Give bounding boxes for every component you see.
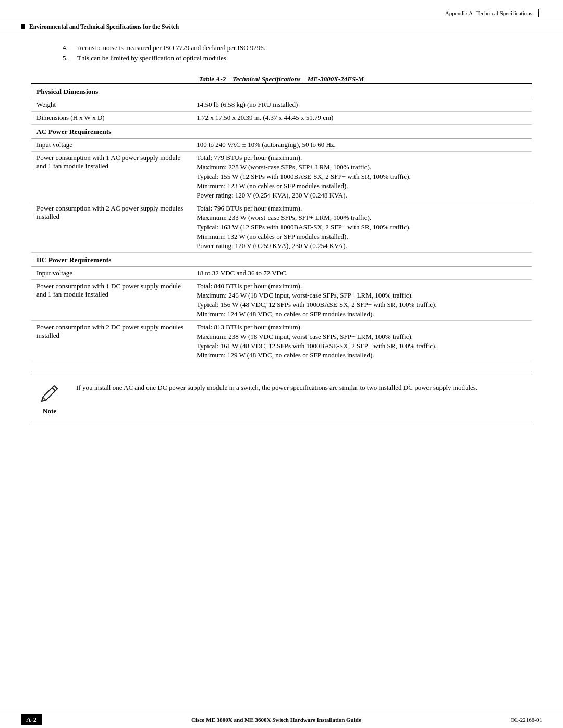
row-value-line: Minimum: 129 W (48 VDC, no cables or SFP… bbox=[197, 351, 527, 360]
footnote-4-num: 4. bbox=[63, 44, 73, 52]
row-label: Input voltage bbox=[31, 139, 191, 152]
appendix-label: Appendix A bbox=[445, 10, 473, 16]
row-value-line: Maximum: 228 W (worst-case SFPs, SFP+ LR… bbox=[197, 163, 527, 171]
note-icon-area: Note bbox=[31, 382, 68, 415]
row-value-line: Typical: 161 W (48 VDC, 12 SFPs with 100… bbox=[197, 342, 527, 350]
row-value: Total: 813 BTUs per hour (maximum).Maxim… bbox=[191, 321, 532, 362]
row-value-line: Maximum: 246 W (18 VDC input, worst-case… bbox=[197, 291, 527, 300]
row-value-line: Typical: 155 W (12 SFPs with 1000BASE-SX… bbox=[197, 172, 527, 181]
row-label: Power consumption with 1 AC power supply… bbox=[31, 152, 191, 202]
section-header-2: DC Power Requirements bbox=[31, 253, 532, 267]
row-value-line: Total: 796 BTUs per hour (maximum). bbox=[197, 204, 527, 213]
footnote-5: 5. This can be limited by specification … bbox=[63, 54, 532, 63]
table-row: Power consumption with 2 DC power supply… bbox=[31, 321, 532, 362]
sub-header-bullet bbox=[21, 24, 25, 29]
footnote-4: 4. Acoustic noise is measured per ISO 77… bbox=[63, 44, 532, 52]
row-label: Input voltage bbox=[31, 267, 191, 280]
row-label: Dimensions (H x W x D) bbox=[31, 112, 191, 125]
section-header-0: Physical Dimensions bbox=[31, 84, 532, 98]
row-value-line: Minimum: 124 W (48 VDC, no cables or SFP… bbox=[197, 310, 527, 318]
table-row: Power consumption with 2 AC power supply… bbox=[31, 202, 532, 253]
spec-table: Physical DimensionsWeight14.50 lb (6.58 … bbox=[31, 83, 532, 362]
row-value-line: Total: 813 BTUs per hour (maximum). bbox=[197, 323, 527, 331]
row-value: 14.50 lb (6.58 kg) (no FRU installed) bbox=[191, 98, 532, 112]
footnote-4-text: Acoustic noise is measured per ISO 7779 … bbox=[77, 44, 265, 52]
row-label: Power consumption with 1 DC power supply… bbox=[31, 280, 191, 321]
note-text: If you install one AC and one DC power s… bbox=[76, 382, 478, 393]
svg-line-0 bbox=[52, 388, 55, 391]
header-right: Appendix A Technical Specifications bbox=[445, 9, 542, 17]
row-value: Total: 796 BTUs per hour (maximum).Maxim… bbox=[191, 202, 532, 253]
row-value-line: Maximum: 233 W (worst-case SFPs, SFP+ LR… bbox=[197, 214, 527, 222]
note-pencil-icon bbox=[40, 384, 59, 406]
footnote-5-text: This can be limited by specification of … bbox=[77, 54, 228, 63]
row-value-line: Maximum: 238 W (18 VDC input, worst-case… bbox=[197, 332, 527, 341]
footer-center-text: Cisco ME 3800X and ME 3600X Switch Hardw… bbox=[191, 717, 361, 723]
section-header-label-2: DC Power Requirements bbox=[31, 253, 532, 267]
table-caption-label: Table A-2 Technical Specifications—ME-38… bbox=[199, 75, 364, 83]
footnote-5-num: 5. bbox=[63, 54, 73, 63]
row-value-line: Total: 840 BTUs per hour (maximum). bbox=[197, 282, 527, 290]
row-value: Total: 840 BTUs per hour (maximum).Maxim… bbox=[191, 280, 532, 321]
table-row: Power consumption with 1 DC power supply… bbox=[31, 280, 532, 321]
section-header-label-1: AC Power Requirements bbox=[31, 125, 532, 139]
svg-line-1 bbox=[43, 397, 46, 400]
header-section-label: Technical Specifications bbox=[476, 10, 532, 16]
footnotes: 4. Acoustic noise is measured per ISO 77… bbox=[31, 44, 532, 63]
header-divider bbox=[538, 9, 539, 17]
footer-doc-num: OL-22168-01 bbox=[511, 717, 543, 723]
table-row: Weight14.50 lb (6.58 kg) (no FRU install… bbox=[31, 98, 532, 112]
footer-page-num: A-2 bbox=[21, 714, 42, 725]
row-value: 1.72 x 17.50 x 20.39 in. (4.37 x 44.45 x… bbox=[191, 112, 532, 125]
row-label: Weight bbox=[31, 98, 191, 112]
row-value: 100 to 240 VAC ± 10% (autoranging), 50 t… bbox=[191, 139, 532, 152]
page-wrapper: Appendix A Technical Specifications Envi… bbox=[0, 0, 563, 728]
sub-header-text: Environmental and Technical Specificatio… bbox=[29, 23, 179, 30]
table-caption: Table A-2 Technical Specifications—ME-38… bbox=[31, 75, 532, 83]
page-footer: A-2 Cisco ME 3800X and ME 3600X Switch H… bbox=[0, 711, 563, 728]
row-value: Total: 779 BTUs per hour (maximum).Maxim… bbox=[191, 152, 532, 202]
row-value-line: Minimum: 123 W (no cables or SFP modules… bbox=[197, 182, 527, 190]
table-row: Input voltage18 to 32 VDC and 36 to 72 V… bbox=[31, 267, 532, 280]
row-value-line: Power rating: 120 V (0.259 KVA), 230 V (… bbox=[197, 242, 527, 250]
row-value-line: Typical: 156 W (48 VDC, 12 SFPs with 100… bbox=[197, 301, 527, 309]
row-value-line: Power rating: 120 V (0.254 KVA), 230 V (… bbox=[197, 191, 527, 200]
row-label: Power consumption with 2 DC power supply… bbox=[31, 321, 191, 362]
table-row: Power consumption with 1 AC power supply… bbox=[31, 152, 532, 202]
table-row: Dimensions (H x W x D)1.72 x 17.50 x 20.… bbox=[31, 112, 532, 125]
main-content: 4. Acoustic noise is measured per ISO 77… bbox=[0, 33, 563, 434]
note-section: Note If you install one AC and one DC po… bbox=[31, 375, 532, 423]
note-label: Note bbox=[43, 407, 56, 415]
section-header-label-0: Physical Dimensions bbox=[31, 84, 532, 98]
sub-header: Environmental and Technical Specificatio… bbox=[0, 20, 563, 33]
pencil-svg bbox=[40, 384, 59, 403]
row-value-line: Total: 779 BTUs per hour (maximum). bbox=[197, 154, 527, 162]
row-value-line: Minimum: 132 W (no cables or SFP modules… bbox=[197, 232, 527, 241]
section-header-1: AC Power Requirements bbox=[31, 125, 532, 139]
row-value-line: Typical: 163 W (12 SFPs with 1000BASE-SX… bbox=[197, 223, 527, 231]
table-row: Input voltage100 to 240 VAC ± 10% (autor… bbox=[31, 139, 532, 152]
row-label: Power consumption with 2 AC power supply… bbox=[31, 202, 191, 253]
page-header: Appendix A Technical Specifications bbox=[0, 0, 563, 20]
row-value: 18 to 32 VDC and 36 to 72 VDC. bbox=[191, 267, 532, 280]
